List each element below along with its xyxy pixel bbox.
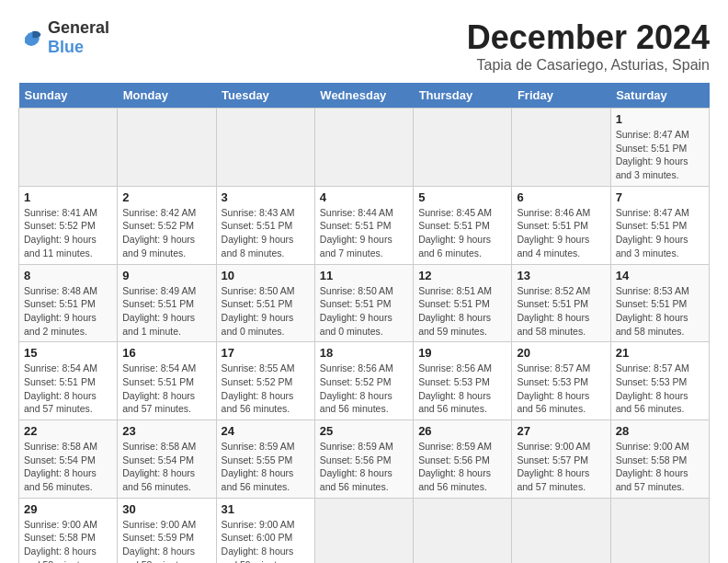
title-area: December 2024 Tapia de Casariego, Asturi… bbox=[467, 18, 710, 74]
calendar-cell: 3Sunrise: 8:43 AMSunset: 5:51 PMDaylight… bbox=[216, 186, 314, 264]
calendar-cell bbox=[414, 109, 512, 187]
day-header-wednesday: Wednesday bbox=[314, 83, 413, 109]
day-header-thursday: Thursday bbox=[414, 83, 512, 109]
calendar-cell: 22Sunrise: 8:58 AMSunset: 5:54 PMDayligh… bbox=[19, 420, 118, 499]
day-detail: Sunrise: 8:48 AMSunset: 5:51 PMDaylight:… bbox=[24, 284, 112, 339]
day-detail: Sunrise: 8:47 AMSunset: 5:51 PMDaylight:… bbox=[616, 128, 704, 182]
calendar-week-5: 22Sunrise: 8:58 AMSunset: 5:54 PMDayligh… bbox=[19, 420, 710, 499]
day-detail: Sunrise: 8:59 AMSunset: 5:55 PMDaylight:… bbox=[222, 440, 310, 494]
calendar-cell bbox=[314, 109, 413, 187]
calendar-cell: 26Sunrise: 8:59 AMSunset: 5:56 PMDayligh… bbox=[414, 420, 512, 499]
calendar-cell: 11Sunrise: 8:50 AMSunset: 5:51 PMDayligh… bbox=[314, 264, 413, 342]
logo-icon bbox=[18, 25, 44, 51]
day-detail: Sunrise: 8:59 AMSunset: 5:56 PMDaylight:… bbox=[418, 440, 506, 494]
calendar-table: SundayMondayTuesdayWednesdayThursdayFrid… bbox=[18, 83, 710, 563]
calendar-week-1: 1Sunrise: 8:47 AMSunset: 5:51 PMDaylight… bbox=[19, 109, 710, 187]
calendar-cell: 24Sunrise: 8:59 AMSunset: 5:55 PMDayligh… bbox=[216, 420, 314, 499]
day-number: 30 bbox=[122, 502, 210, 516]
day-detail: Sunrise: 8:54 AMSunset: 5:51 PMDaylight:… bbox=[24, 362, 112, 416]
calendar-cell bbox=[610, 498, 709, 563]
day-detail: Sunrise: 8:45 AMSunset: 5:51 PMDaylight:… bbox=[418, 206, 506, 260]
calendar-cell: 1Sunrise: 8:41 AMSunset: 5:52 PMDaylight… bbox=[19, 186, 118, 264]
day-number: 18 bbox=[320, 346, 408, 360]
calendar-cell: 10Sunrise: 8:50 AMSunset: 5:51 PMDayligh… bbox=[216, 264, 314, 342]
logo: General Blue bbox=[18, 18, 109, 57]
calendar-cell: 29Sunrise: 9:00 AMSunset: 5:58 PMDayligh… bbox=[19, 498, 118, 563]
day-number: 11 bbox=[320, 269, 408, 282]
day-number: 27 bbox=[517, 424, 605, 438]
day-number: 9 bbox=[122, 269, 210, 282]
calendar-cell: 31Sunrise: 9:00 AMSunset: 6:00 PMDayligh… bbox=[216, 498, 314, 563]
calendar-cell bbox=[512, 498, 610, 563]
day-detail: Sunrise: 8:41 AMSunset: 5:52 PMDaylight:… bbox=[24, 206, 112, 260]
calendar-cell bbox=[414, 498, 512, 563]
logo-general: General bbox=[48, 18, 109, 37]
day-detail: Sunrise: 8:56 AMSunset: 5:52 PMDaylight:… bbox=[320, 362, 408, 416]
day-number: 22 bbox=[24, 424, 112, 438]
day-number: 1 bbox=[24, 190, 112, 204]
calendar-cell: 12Sunrise: 8:51 AMSunset: 5:51 PMDayligh… bbox=[414, 264, 512, 342]
calendar-cell: 2Sunrise: 8:42 AMSunset: 5:52 PMDaylight… bbox=[118, 186, 216, 264]
day-header-saturday: Saturday bbox=[610, 83, 709, 109]
day-detail: Sunrise: 9:00 AMSunset: 5:58 PMDaylight:… bbox=[616, 440, 704, 494]
calendar-cell: 9Sunrise: 8:49 AMSunset: 5:51 PMDaylight… bbox=[118, 264, 216, 342]
day-number: 23 bbox=[122, 424, 210, 438]
day-header-tuesday: Tuesday bbox=[216, 83, 314, 109]
calendar-cell: 21Sunrise: 8:57 AMSunset: 5:53 PMDayligh… bbox=[610, 342, 709, 420]
day-detail: Sunrise: 9:00 AMSunset: 5:59 PMDaylight:… bbox=[122, 518, 210, 563]
calendar-cell: 27Sunrise: 9:00 AMSunset: 5:57 PMDayligh… bbox=[512, 420, 610, 499]
day-detail: Sunrise: 8:44 AMSunset: 5:51 PMDaylight:… bbox=[320, 206, 408, 260]
calendar-cell: 25Sunrise: 8:59 AMSunset: 5:56 PMDayligh… bbox=[314, 420, 413, 499]
calendar-cell: 30Sunrise: 9:00 AMSunset: 5:59 PMDayligh… bbox=[118, 498, 216, 563]
calendar-cell bbox=[216, 109, 314, 187]
calendar-cell: 6Sunrise: 8:46 AMSunset: 5:51 PMDaylight… bbox=[512, 186, 610, 264]
day-number: 26 bbox=[418, 424, 506, 438]
day-number: 19 bbox=[418, 346, 506, 360]
day-detail: Sunrise: 8:55 AMSunset: 5:52 PMDaylight:… bbox=[222, 362, 310, 416]
header: General Blue December 2024 Tapia de Casa… bbox=[18, 18, 710, 74]
calendar-cell: 5Sunrise: 8:45 AMSunset: 5:51 PMDaylight… bbox=[414, 186, 512, 264]
calendar-week-2: 1Sunrise: 8:41 AMSunset: 5:52 PMDaylight… bbox=[19, 186, 710, 264]
calendar-cell: 1Sunrise: 8:47 AMSunset: 5:51 PMDaylight… bbox=[610, 109, 709, 187]
calendar-week-6: 29Sunrise: 9:00 AMSunset: 5:58 PMDayligh… bbox=[19, 498, 710, 563]
day-number: 6 bbox=[517, 190, 605, 204]
day-number: 28 bbox=[616, 424, 704, 438]
calendar-cell: 17Sunrise: 8:55 AMSunset: 5:52 PMDayligh… bbox=[216, 342, 314, 420]
day-detail: Sunrise: 8:50 AMSunset: 5:51 PMDaylight:… bbox=[222, 284, 310, 339]
day-detail: Sunrise: 8:58 AMSunset: 5:54 PMDaylight:… bbox=[122, 440, 210, 494]
day-number: 29 bbox=[24, 502, 112, 516]
logo-text: General Blue bbox=[48, 18, 109, 57]
day-number: 20 bbox=[517, 346, 605, 360]
day-detail: Sunrise: 8:57 AMSunset: 5:53 PMDaylight:… bbox=[616, 362, 704, 416]
day-detail: Sunrise: 8:51 AMSunset: 5:51 PMDaylight:… bbox=[418, 284, 506, 339]
day-number: 24 bbox=[222, 424, 310, 438]
day-number: 12 bbox=[418, 269, 506, 282]
calendar-week-4: 15Sunrise: 8:54 AMSunset: 5:51 PMDayligh… bbox=[19, 342, 710, 420]
calendar-cell: 28Sunrise: 9:00 AMSunset: 5:58 PMDayligh… bbox=[610, 420, 709, 499]
logo-blue: Blue bbox=[48, 38, 84, 56]
day-detail: Sunrise: 8:54 AMSunset: 5:51 PMDaylight:… bbox=[122, 362, 210, 416]
day-number: 17 bbox=[222, 346, 310, 360]
calendar-cell: 23Sunrise: 8:58 AMSunset: 5:54 PMDayligh… bbox=[118, 420, 216, 499]
calendar-cell bbox=[19, 109, 118, 187]
day-detail: Sunrise: 8:57 AMSunset: 5:53 PMDaylight:… bbox=[517, 362, 605, 416]
day-number: 8 bbox=[24, 269, 112, 282]
day-detail: Sunrise: 8:53 AMSunset: 5:51 PMDaylight:… bbox=[616, 284, 704, 339]
day-header-sunday: Sunday bbox=[19, 83, 118, 109]
calendar-cell: 7Sunrise: 8:47 AMSunset: 5:51 PMDaylight… bbox=[610, 186, 709, 264]
day-detail: Sunrise: 8:42 AMSunset: 5:52 PMDaylight:… bbox=[122, 206, 210, 260]
day-detail: Sunrise: 8:47 AMSunset: 5:51 PMDaylight:… bbox=[616, 206, 704, 260]
calendar-week-3: 8Sunrise: 8:48 AMSunset: 5:51 PMDaylight… bbox=[19, 264, 710, 342]
day-number: 10 bbox=[222, 269, 310, 282]
calendar-cell: 18Sunrise: 8:56 AMSunset: 5:52 PMDayligh… bbox=[314, 342, 413, 420]
calendar-cell: 8Sunrise: 8:48 AMSunset: 5:51 PMDaylight… bbox=[19, 264, 118, 342]
calendar-cell: 15Sunrise: 8:54 AMSunset: 5:51 PMDayligh… bbox=[19, 342, 118, 420]
day-detail: Sunrise: 9:00 AMSunset: 5:57 PMDaylight:… bbox=[517, 440, 605, 494]
calendar-cell bbox=[512, 109, 610, 187]
day-detail: Sunrise: 9:00 AMSunset: 6:00 PMDaylight:… bbox=[222, 518, 310, 563]
calendar-cell: 14Sunrise: 8:53 AMSunset: 5:51 PMDayligh… bbox=[610, 264, 709, 342]
day-number: 1 bbox=[616, 112, 704, 126]
calendar-cell: 13Sunrise: 8:52 AMSunset: 5:51 PMDayligh… bbox=[512, 264, 610, 342]
day-number: 21 bbox=[616, 346, 704, 360]
location-title: Tapia de Casariego, Asturias, Spain bbox=[467, 57, 710, 74]
